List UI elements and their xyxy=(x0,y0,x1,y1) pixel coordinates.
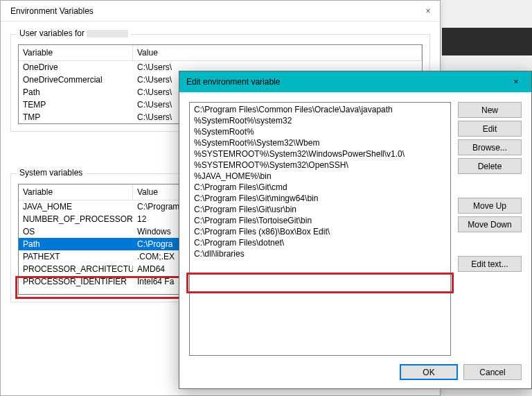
cell-variable: JAVA_HOME xyxy=(19,201,133,212)
move-down-button[interactable]: Move Down xyxy=(458,216,522,232)
edit-button[interactable]: Edit xyxy=(458,121,522,137)
close-glyph: × xyxy=(513,77,518,87)
background-app-window xyxy=(442,28,532,55)
cell-variable: PATHEXT xyxy=(19,251,133,262)
cell-variable: TMP xyxy=(19,112,133,123)
path-entries-listbox[interactable]: C:\Program Files\Common Files\Oracle\Jav… xyxy=(189,102,451,356)
browse-button[interactable]: Browse... xyxy=(458,139,522,155)
edit-dialog-footer: OK Cancel xyxy=(179,364,531,390)
cancel-button[interactable]: Cancel xyxy=(463,364,522,380)
list-item[interactable]: %SystemRoot%\system32 xyxy=(190,115,450,126)
cell-variable: OS xyxy=(19,226,133,237)
edit-environment-variable-dialog: Edit environment variable × C:\Program F… xyxy=(179,71,532,389)
list-item[interactable]: %SYSTEMROOT%\System32\WindowsPowerShell\… xyxy=(190,148,450,160)
env-dialog-titlebar: Environment Variables × xyxy=(1,1,440,21)
edit-dialog-side-buttons: New Edit Browse... Delete Move Up Move D… xyxy=(458,102,522,356)
cell-variable: Path xyxy=(19,87,133,98)
close-icon[interactable]: × xyxy=(501,71,531,92)
new-button[interactable]: New xyxy=(458,102,522,118)
cell-variable: Path xyxy=(19,239,133,250)
close-icon[interactable]: × xyxy=(423,6,433,16)
edit-dialog-title: Edit environment variable xyxy=(186,77,280,87)
list-item[interactable]: C:\Program Files\TortoiseGit\bin xyxy=(190,215,450,226)
column-header-value[interactable]: Value xyxy=(133,45,422,60)
user-table-head: Variable Value xyxy=(19,45,422,61)
list-item[interactable]: C:\Program Files\Git\cmd xyxy=(190,182,450,193)
list-item[interactable]: C:\Program Files\dotnet\ xyxy=(190,237,450,248)
cell-variable: PROCESSOR_IDENTIFIER xyxy=(19,276,133,287)
cell-variable: OneDrive xyxy=(19,62,133,73)
list-item[interactable]: %SystemRoot% xyxy=(190,126,450,137)
cell-variable: OneDriveCommercial xyxy=(19,74,133,85)
edit-dialog-titlebar: Edit environment variable × xyxy=(179,71,531,92)
list-item[interactable]: C:\Program Files (x86)\Box\Box Edit\ xyxy=(190,226,450,237)
ok-button[interactable]: OK xyxy=(400,364,458,380)
user-variables-label: User variables for xyxy=(17,28,131,38)
delete-button[interactable]: Delete xyxy=(458,158,522,174)
list-item[interactable]: C:\Program Files\Git\usr\bin xyxy=(190,204,450,215)
edit-text-button[interactable]: Edit text... xyxy=(458,256,522,272)
cell-variable: NUMBER_OF_PROCESSORS xyxy=(19,214,133,225)
column-header-variable[interactable]: Variable xyxy=(19,184,133,200)
list-item[interactable]: %JAVA_HOME%\bin xyxy=(190,171,450,182)
list-item[interactable]: C:\dll\libraries xyxy=(190,248,450,259)
list-item[interactable]: %SystemRoot%\System32\Wbem xyxy=(190,137,450,148)
env-dialog-title: Environment Variables xyxy=(10,6,94,16)
move-up-button[interactable]: Move Up xyxy=(458,198,522,214)
system-variables-label: System variables xyxy=(17,168,85,178)
list-item[interactable]: %SYSTEMROOT%\System32\OpenSSH\ xyxy=(190,160,450,171)
user-variables-label-text: User variables for xyxy=(19,28,85,38)
column-header-variable[interactable]: Variable xyxy=(19,45,133,60)
cell-variable: TEMP xyxy=(19,99,133,110)
list-item[interactable]: C:\Program Files\Common Files\Oracle\Jav… xyxy=(190,104,450,115)
cell-variable: PROCESSOR_ARCHITECTURE xyxy=(19,264,133,275)
list-item[interactable]: C:\Program Files\Git\mingw64\bin xyxy=(190,193,450,204)
redacted-username xyxy=(87,30,128,37)
edit-dialog-body: C:\Program Files\Common Files\Oracle\Jav… xyxy=(179,92,531,364)
